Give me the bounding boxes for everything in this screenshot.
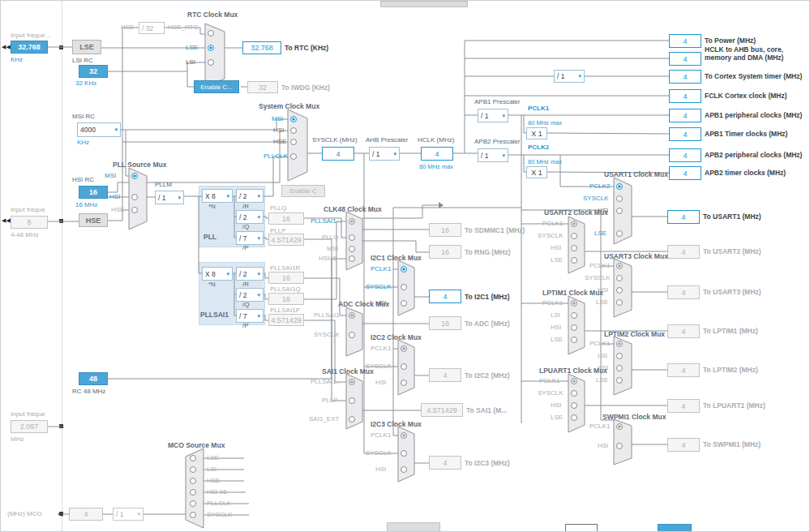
adc-value-box: 16: [429, 316, 461, 330]
rtc-hse-label: HSE: [121, 24, 134, 32]
system-msi-label: MSI: [272, 115, 283, 123]
system-pllclk-label: PLLCLK: [264, 152, 288, 161]
usart1-pclk2-label: PCLK2: [589, 182, 610, 191]
pll-hse-label: HSE: [111, 206, 124, 214]
i2c2-pclk1-label: PCLK1: [371, 345, 391, 353]
lptim2-lse-label: LSE: [596, 376, 608, 384]
lpuart1-hsi-label: HSI: [551, 401, 561, 410]
apb2-prescaler-value: / 1: [481, 152, 488, 160]
hsi-value-box: 16: [79, 186, 108, 199]
ahb-prescaler-select[interactable]: / 1▾: [369, 147, 400, 161]
apb2-periph-label: APB2 peripheral clocks (MHz): [705, 151, 802, 159]
apb1-timer-value-box[interactable]: 4: [669, 127, 701, 141]
pllp-div-value: / 7: [239, 234, 246, 242]
iwdg-out-label: To IWDG (KHz): [281, 84, 330, 92]
plln-suffix-label: *N: [208, 203, 216, 211]
i2c1-label: To I2C1 (MHz): [465, 293, 510, 301]
msi-frequency-select[interactable]: 4000▾: [77, 122, 121, 137]
apb1-prescaler-select[interactable]: / 1▾: [478, 109, 508, 122]
chevron-down-icon: ▾: [578, 73, 581, 79]
pllsai1-q-select[interactable]: / 2▾: [236, 288, 264, 302]
i2c2-value-box: 4: [429, 368, 461, 382]
apb2-prescaler-select[interactable]: / 1▾: [478, 148, 508, 162]
msi-unit-label: KHz: [77, 139, 89, 147]
clk48-pllq-label: PLLQ: [322, 234, 338, 242]
clk48-mux-title: CLK48 Clock Mux: [324, 205, 382, 213]
lpuart1-pclk1-label: PCLK1: [539, 377, 559, 385]
usart1-value-box[interactable]: 4: [667, 210, 700, 224]
ahb-prescaler-value: / 1: [372, 150, 379, 158]
mco-sysclk-label: SYSCLK: [207, 511, 233, 519]
pllq-div-value: / 2: [239, 213, 246, 221]
usart2-lse-label: LSE: [551, 256, 563, 264]
hse-source-box: HSE: [79, 213, 108, 227]
plln-value: X 8: [205, 192, 216, 200]
pllr-select[interactable]: / 2▾: [236, 189, 264, 203]
pllsai1-n-suffix-label: *N: [208, 281, 216, 289]
pllm-select[interactable]: / 1▾: [155, 191, 184, 204]
pllr-value: / 2: [239, 192, 246, 200]
usart3-mux: [614, 259, 632, 317]
clk48-msi-label: MSI: [327, 245, 338, 253]
lptim1-label: To LPTIM1 (MHz): [703, 327, 758, 335]
wires: [48, 28, 669, 515]
pclk2-max-note: 80 MHz max: [528, 158, 562, 166]
lse-frequency-input[interactable]: 32.768: [11, 41, 48, 54]
apb2-timer-value-box[interactable]: 4: [669, 166, 701, 180]
pllq-select[interactable]: / 2▾: [236, 210, 264, 224]
cortex-timer-value-box[interactable]: 4: [669, 70, 701, 84]
cortex-timer-label: To Cortex System timer (MHz): [705, 72, 802, 80]
clk48-hsi48-label: HSI48: [319, 255, 336, 263]
msi-caption: MSI RC: [72, 113, 95, 121]
rng-label: To RNG (MHz): [465, 248, 511, 256]
i2c1-value-box[interactable]: 4: [429, 290, 461, 303]
lsi-unit-label: 32 KHz: [75, 79, 96, 88]
adc-sysclk-label: SYSCLK: [314, 331, 340, 339]
pllm-value: / 1: [158, 194, 165, 202]
plln-select[interactable]: X 8▾: [202, 189, 233, 203]
to-power-value-box[interactable]: 4: [669, 34, 701, 48]
swpmi1-pclk1-label: PCLK1: [589, 423, 610, 431]
mco-hsi16-label: HSI 16: [207, 488, 226, 496]
lptim2-pclk1-label: PCLK1: [589, 340, 610, 348]
pll-source-mux-title: PLL Source Mux: [113, 161, 166, 169]
pllsai1-n-select[interactable]: X 8▾: [202, 267, 233, 281]
apb2-timer-mult-box: X 1: [526, 166, 547, 178]
hclk-value-box[interactable]: 4: [421, 147, 453, 161]
hse-unit-label: 4-48 MHz: [11, 231, 39, 239]
system-hsi-label: HSI: [273, 127, 284, 135]
sai1-pllp-label: PLLP: [322, 397, 338, 405]
hclk-ahb-value-box[interactable]: 4: [669, 52, 701, 66]
hse-input-caption: Input freque: [11, 206, 45, 214]
mco-in-caption: Input freque: [11, 410, 45, 418]
adc-label: To ADC (MHz): [465, 320, 510, 328]
pllp-select[interactable]: / 7▾: [236, 231, 264, 245]
usart2-hsi-label: HSI: [551, 244, 561, 252]
pllsai1-r-select[interactable]: / 2▾: [236, 267, 264, 281]
usart3-sysclk-label: SYSCLK: [585, 274, 611, 282]
fclk-value-box[interactable]: 4: [669, 89, 701, 103]
apb1-periph-value-box[interactable]: 4: [669, 109, 701, 122]
chevron-down-icon: ▾: [257, 271, 260, 277]
css-enable-button[interactable]: Enable C: [281, 185, 325, 197]
lsi-value-box: 32: [79, 65, 108, 78]
lptim1-pclk1-label: PCLK1: [542, 299, 563, 307]
apb2-periph-value-box[interactable]: 4: [669, 148, 701, 162]
hsi48-caption: RC 48 MHz: [72, 388, 105, 396]
pclk1-max-note: 80 MHz max: [528, 119, 562, 127]
rtc-lsi-label: LSI: [186, 58, 195, 66]
cortex-timer-prescaler-select[interactable]: / 1▾: [554, 70, 585, 83]
usart2-sysclk-label: SYSCLK: [538, 232, 564, 240]
rtc-out-value-box[interactable]: 32.768: [242, 41, 281, 54]
iwdg-enable-button[interactable]: Enable C...: [194, 80, 239, 93]
pllsai1-p-select[interactable]: / 7▾: [236, 309, 264, 323]
chevron-down-icon: ▾: [226, 193, 229, 200]
rtc-mux-title: RTC Clock Mux: [187, 11, 238, 19]
sysclk-value-box[interactable]: 4: [322, 147, 354, 161]
rtc-mux-radios[interactable]: [208, 31, 214, 66]
apb1-timer-label: APB1 Timer clocks (MHz): [705, 130, 787, 138]
ahb-prescaler-label: AHB Prescaler: [366, 136, 408, 144]
swpmi1-label: To SWPMI1 (MHz): [703, 440, 761, 448]
lptim1-lse-label: LSE: [551, 336, 563, 344]
chevron-down-icon: ▾: [502, 152, 505, 159]
